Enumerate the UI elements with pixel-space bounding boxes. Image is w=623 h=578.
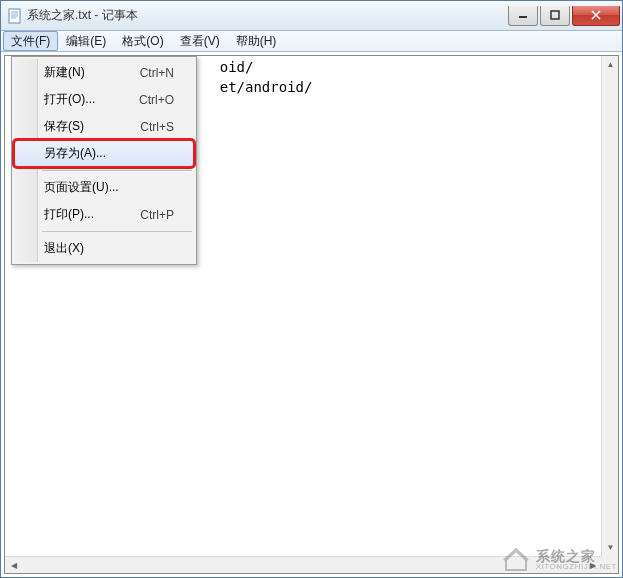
scrollbar-vertical[interactable]: ▲ ▼ [601, 56, 618, 556]
menu-item-print[interactable]: 打印(P)... Ctrl+P [14, 201, 194, 228]
dropdown-separator [42, 231, 192, 232]
window-controls [508, 6, 620, 26]
menu-item-label: 新建(N) [44, 64, 85, 81]
menu-view[interactable]: 查看(V) [172, 31, 228, 51]
menu-item-exit[interactable]: 退出(X) [14, 235, 194, 262]
menu-edit[interactable]: 编辑(E) [58, 31, 114, 51]
svg-rect-6 [551, 11, 559, 19]
titlebar: 系统之家.txt - 记事本 [1, 1, 622, 31]
window-title: 系统之家.txt - 记事本 [27, 7, 138, 24]
scrollbar-horizontal[interactable]: ◀ ▶ [5, 556, 601, 573]
maximize-button[interactable] [540, 6, 570, 26]
close-button[interactable] [572, 6, 620, 26]
menu-item-page-setup[interactable]: 页面设置(U)... [14, 174, 194, 201]
notepad-icon [7, 8, 23, 24]
dropdown-separator [42, 170, 192, 171]
scroll-left-icon[interactable]: ◀ [5, 557, 22, 574]
content-area: oid/ et/android/ 新建(N) Ctrl+N 打开(O)... C… [4, 55, 619, 574]
menu-item-label: 保存(S) [44, 118, 84, 135]
scroll-down-icon[interactable]: ▼ [602, 539, 619, 556]
menu-item-label: 打印(P)... [44, 206, 94, 223]
menu-item-save-as[interactable]: 另存为(A)... [14, 140, 194, 167]
scroll-right-icon[interactable]: ▶ [584, 557, 601, 574]
menu-item-label: 打开(O)... [44, 91, 95, 108]
menu-help[interactable]: 帮助(H) [228, 31, 285, 51]
menu-item-shortcut: Ctrl+O [139, 93, 174, 107]
scrollbar-corner [601, 556, 618, 573]
menu-format[interactable]: 格式(O) [114, 31, 171, 51]
minimize-button[interactable] [508, 6, 538, 26]
notepad-window: 系统之家.txt - 记事本 文件(F) 编辑(E) 格式(O) 查看(V) 帮… [0, 0, 623, 578]
menu-item-save[interactable]: 保存(S) Ctrl+S [14, 113, 194, 140]
menu-item-label: 另存为(A)... [44, 145, 106, 162]
scroll-up-icon[interactable]: ▲ [602, 56, 619, 73]
titlebar-left: 系统之家.txt - 记事本 [7, 7, 138, 24]
menu-item-new[interactable]: 新建(N) Ctrl+N [14, 59, 194, 86]
menu-item-label: 退出(X) [44, 240, 84, 257]
menubar: 文件(F) 编辑(E) 格式(O) 查看(V) 帮助(H) [1, 31, 622, 52]
menu-item-shortcut: Ctrl+S [140, 120, 174, 134]
svg-rect-5 [519, 16, 527, 18]
menu-item-shortcut: Ctrl+P [140, 208, 174, 222]
menu-item-label: 页面设置(U)... [44, 179, 119, 196]
menu-item-shortcut: Ctrl+N [140, 66, 174, 80]
menu-item-open[interactable]: 打开(O)... Ctrl+O [14, 86, 194, 113]
file-dropdown: 新建(N) Ctrl+N 打开(O)... Ctrl+O 保存(S) Ctrl+… [11, 56, 197, 265]
menu-file[interactable]: 文件(F) [3, 31, 58, 51]
